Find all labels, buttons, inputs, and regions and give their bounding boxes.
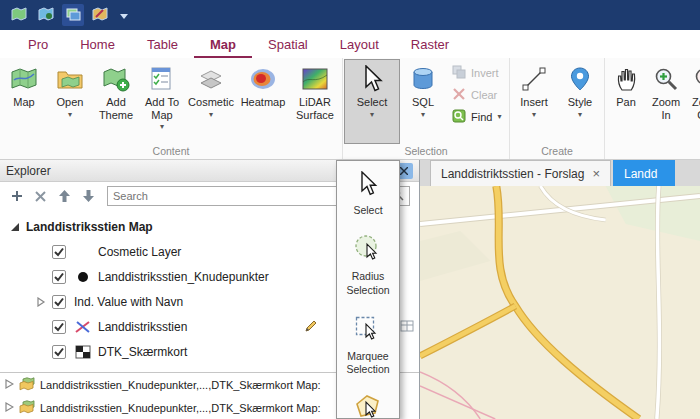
insert-button-label: Insert [520,96,548,109]
close-icon[interactable]: × [592,167,600,180]
layer-checkbox[interactable] [52,270,66,284]
expander-collapsed-icon[interactable] [5,379,14,391]
map-button-label: Map [13,96,34,109]
group-label-content: Content [1,144,341,159]
open-button[interactable]: Open ▾ [47,59,93,144]
lidar-surface-button[interactable]: LiDAR Surface [289,59,341,144]
radius-selection-icon [353,233,383,266]
select-button[interactable]: Select ▾ [344,59,400,144]
move-down-button[interactable] [81,189,96,204]
select-button-label: Select [357,96,388,109]
tab-map[interactable]: Map [194,30,252,58]
map-icon [9,65,39,93]
chevron-down-icon: ▾ [578,111,582,119]
open-button-label: Open [57,96,84,109]
edit-layer-button[interactable] [304,319,318,336]
chevron-down-icon: ▾ [421,111,425,119]
add-theme-button[interactable]: Add Theme [93,59,139,144]
menu-item-radius-selection[interactable]: Radius Selection [337,226,399,305]
find-button[interactable]: Find ▾ [450,108,504,126]
selection-small-buttons: Invert Clear Find ▾ [446,59,508,144]
ribbon-tab-bar: Pro Home Table Map Spatial Layout Raster [0,30,700,58]
tab-table[interactable]: Table [131,30,194,58]
chevron-down-icon: ▾ [209,111,213,119]
tab-pro[interactable]: Pro [12,30,64,58]
tab-raster[interactable]: Raster [395,30,465,58]
heatmap-button[interactable]: Heatmap [237,59,289,144]
qat-layers-button[interactable] [62,4,84,26]
arrow-down-icon [83,190,94,202]
marquee-selection-icon [353,313,383,346]
map-tab-label: Landdistriktsstien - Forslag [441,167,584,181]
pan-button-label: Pan [616,96,636,109]
lidar-surface-button-label: LiDAR Surface [289,96,341,121]
cosmetic-layers-icon [196,65,226,93]
invert-button-label: Invert [471,67,499,79]
select-cursor-icon [357,65,387,93]
map-canvas[interactable] [420,186,700,419]
add-layer-button[interactable] [9,189,24,204]
zoom-out-button-label: Zoom Out [686,96,700,121]
map-list-item-label: Landdistriksstien_Knudepunkter,...,DTK_S… [40,402,321,414]
zoom-in-button-label: Zoom In [646,96,686,121]
explorer-title: Explorer [6,164,51,178]
chevron-down-icon: ▾ [68,111,72,119]
point-layer-icon [74,270,92,284]
menu-item-select[interactable]: Select [337,164,399,226]
clear-button-label: Clear [471,89,497,101]
add-theme-button-label: Add Theme [93,96,139,121]
invert-button: Invert [450,64,504,82]
expander-collapsed-icon[interactable] [36,297,52,307]
attribute-table-button[interactable] [400,319,414,336]
tab-home[interactable]: Home [64,30,131,58]
layer-checkbox[interactable] [52,245,66,259]
map-tab-partial[interactable]: Landd [613,160,675,186]
remove-layer-button[interactable] [33,189,48,204]
layer-label: Landdistriksstien [98,320,187,334]
qat-export-map-button[interactable] [89,4,111,26]
find-icon [452,109,466,125]
style-pin-icon [565,65,595,93]
layer-checkbox[interactable] [52,320,66,334]
style-button[interactable]: Style ▾ [557,59,603,144]
heatmap-icon [248,65,278,93]
arrow-up-icon [59,190,70,202]
ribbon: Map Open ▾ Add Theme [0,58,700,160]
chevron-down-icon [120,8,128,22]
map-button[interactable]: Map [1,59,47,144]
zoom-in-icon [651,65,681,93]
chevron-down-icon: ▾ [160,123,164,131]
pan-button[interactable]: Pan [606,59,646,144]
cosmetic-button[interactable]: Cosmetic ▾ [185,59,237,144]
zoom-out-icon [691,65,700,93]
tab-layout[interactable]: Layout [324,30,395,58]
map-stack-icon [19,400,35,416]
expander-collapsed-icon[interactable] [5,402,14,414]
layer-checkbox[interactable] [52,295,66,309]
table-icon [400,319,414,333]
layer-checkbox[interactable] [52,345,66,359]
sql-button[interactable]: SQL ▾ [400,59,446,144]
ribbon-group-create: Insert ▾ Style ▾ Create [509,58,604,159]
select-dropdown-menu: Select Radius Selection Marquee Selectio… [336,160,400,419]
application-window: Pro Home Table Map Spatial Layout Raster… [0,0,700,419]
group-label-create: Create [511,144,603,159]
qat-overflow-button[interactable] [116,4,132,26]
expander-expanded-icon[interactable] [10,222,26,232]
add-to-map-button[interactable]: Add To Map ▾ [139,59,185,144]
menu-item-marquee-selection[interactable]: Marquee Selection [337,306,399,385]
export-map-icon [92,6,108,25]
insert-button[interactable]: Insert ▾ [511,59,557,144]
qat-map-button[interactable] [8,4,30,26]
ribbon-group-content: Map Open ▾ Add Theme [0,58,342,159]
zoom-out-button[interactable]: Zoom Out [686,59,700,144]
layer-label: DTK_Skærmkort [98,345,187,359]
move-up-button[interactable] [57,189,72,204]
tab-spatial[interactable]: Spatial [252,30,324,58]
zoom-in-button[interactable]: Zoom In [646,59,686,144]
qat-save-map-button[interactable] [35,4,57,26]
map-tab-forslag[interactable]: Landdistriktsstien - Forslag × [430,160,611,186]
ribbon-group-selection: Select ▾ SQL ▾ Invert [342,58,509,159]
tree-root-label: Landdistriksstien Map [26,220,153,234]
menu-item-polygon-selection[interactable]: Polygon Selection [337,385,399,419]
